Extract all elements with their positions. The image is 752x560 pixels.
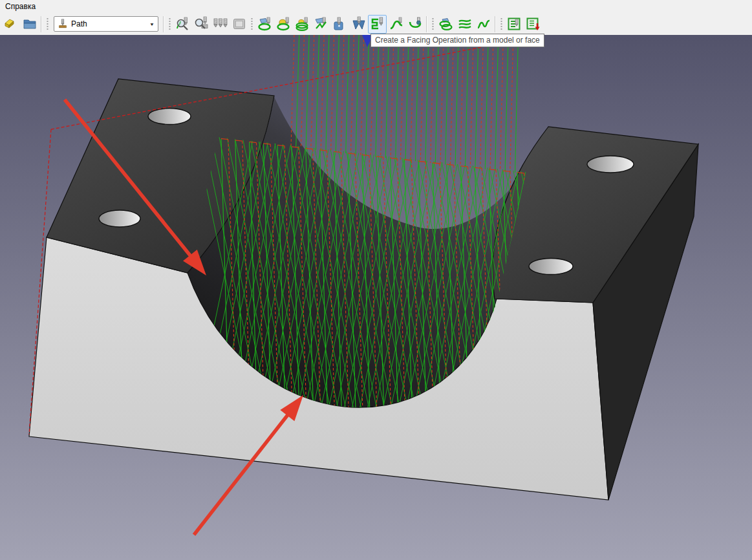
toolbar-drag-handle[interactable] [500, 17, 503, 31]
array-button[interactable] [436, 15, 455, 34]
cam-simulator-button[interactable] [192, 15, 211, 34]
new-document-icon [3, 16, 19, 32]
simple-copy-button[interactable] [474, 15, 493, 34]
counterbore-hole[interactable] [148, 109, 191, 125]
engrave-icon [351, 16, 367, 32]
pocket-3d-icon [295, 16, 310, 32]
counterbore-hole[interactable] [587, 156, 634, 173]
counterbore-hole[interactable] [529, 259, 573, 275]
inspect-gcode-button[interactable] [173, 15, 192, 34]
toolbar-drag-handle[interactable] [431, 17, 435, 31]
pocket-icon [276, 16, 292, 32]
deburr-button[interactable] [405, 15, 424, 34]
cam-simulator-icon [194, 16, 209, 32]
engrave-button[interactable] [349, 15, 368, 34]
tooltip: Create a Facing Operation from a model o… [371, 34, 544, 47]
job-button[interactable] [505, 15, 524, 34]
toolbar-separator [426, 16, 427, 32]
toolbar-drag-handle[interactable] [250, 17, 253, 31]
helix-icon [314, 16, 329, 32]
workbench-selector[interactable]: Path▼ [54, 16, 158, 32]
copy-icon [457, 16, 473, 32]
pocket-3d-button[interactable] [293, 15, 312, 34]
open-folder-icon [22, 16, 38, 32]
workbench-selector-value: Path [71, 19, 87, 28]
toolbit-dock-icon [231, 16, 247, 32]
profile-button[interactable] [255, 15, 274, 34]
menu-help[interactable]: Справка [0, 1, 41, 12]
toolbar-drag-handle[interactable] [168, 17, 171, 31]
3d-viewport[interactable] [0, 35, 752, 560]
array-icon [438, 16, 454, 32]
toolbar-separator [41, 16, 42, 32]
toolbit-library-button[interactable] [211, 15, 230, 34]
open-folder-button[interactable] [20, 15, 39, 34]
copy-button[interactable] [455, 15, 474, 34]
new-document-button[interactable] [1, 15, 20, 34]
counterbore-hole[interactable] [99, 210, 140, 227]
inspect-gcode-icon [175, 16, 191, 32]
toolbit-library-icon [213, 16, 228, 32]
chevron-down-icon: ▼ [149, 21, 155, 26]
facing-button[interactable] [368, 15, 387, 34]
profile-icon [257, 16, 273, 32]
path-workbench-icon [58, 19, 68, 29]
adaptive-button[interactable] [387, 15, 405, 34]
facing-icon [370, 16, 385, 32]
adaptive-icon [389, 16, 404, 32]
simple-copy-icon [476, 16, 491, 32]
toolbar: Path▼ [0, 13, 752, 35]
menu-bar: Справка [0, 0, 752, 13]
deburr-icon [407, 16, 423, 32]
toolbar-drag-handle[interactable] [46, 17, 49, 31]
toolbar-separator [163, 16, 164, 32]
job-icon [507, 16, 522, 32]
pocket-button[interactable] [274, 15, 293, 34]
helix-button[interactable] [312, 15, 330, 34]
drilling-icon [332, 16, 348, 32]
drilling-button[interactable] [330, 15, 349, 34]
toolbit-dock-button[interactable] [230, 15, 248, 34]
post-process-icon [526, 16, 541, 32]
toolbar-separator [495, 16, 496, 32]
post-process-button[interactable] [524, 15, 543, 34]
